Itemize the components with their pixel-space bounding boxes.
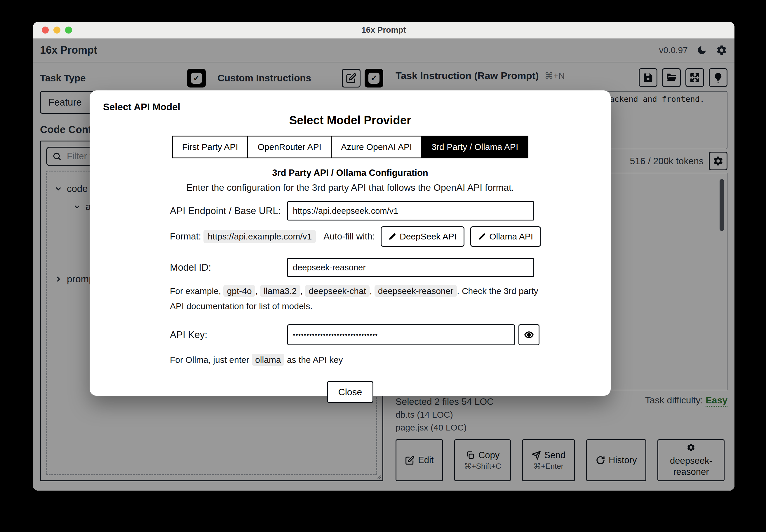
tab-azure-openai-api[interactable]: Azure OpenAI API xyxy=(331,137,421,157)
config-section-description: Enter the configuration for the 3rd part… xyxy=(103,182,597,193)
eye-icon xyxy=(524,330,534,340)
model-id-help: For example, gpt-4o, llama3.2, deepseek-… xyxy=(170,283,540,314)
pencil-icon xyxy=(478,233,486,240)
format-example: https://api.example.com/v1 xyxy=(204,230,316,243)
config-section-heading: 3rd Party API / Ollama Configuration xyxy=(103,168,597,178)
endpoint-input[interactable] xyxy=(287,201,534,221)
autofill-label: Auto-fill with: xyxy=(324,231,375,242)
tab-3rd-party-ollama-api[interactable]: 3rd Party / Ollama API xyxy=(421,137,527,157)
provider-tabs: First Party API OpenRouter API Azure Ope… xyxy=(172,136,528,158)
autofill-deepseek-label: DeepSeek API xyxy=(400,232,456,241)
window-title: 16x Prompt xyxy=(33,25,735,35)
titlebar: 16x Prompt xyxy=(33,22,735,39)
dialog-title: Select API Model xyxy=(103,101,597,113)
select-api-model-dialog: Select API Model Select Model Provider F… xyxy=(90,90,611,396)
api-key-input[interactable] xyxy=(287,324,515,345)
endpoint-label: API Endpoint / Base URL: xyxy=(170,205,287,216)
autofill-ollama-label: Ollama API xyxy=(489,232,533,241)
tab-openrouter-api[interactable]: OpenRouter API xyxy=(247,137,330,157)
screenshot-stage: 16x Prompt 16x Prompt v0.0.97 xyxy=(0,0,766,532)
model-id-input[interactable] xyxy=(287,258,534,277)
tab-first-party-api[interactable]: First Party API xyxy=(173,137,248,157)
pencil-icon xyxy=(389,233,396,240)
model-id-label: Model ID: xyxy=(170,262,287,273)
provider-heading: Select Model Provider xyxy=(103,114,597,127)
autofill-deepseek-button[interactable]: DeepSeek API xyxy=(381,226,464,247)
api-key-label: API Key: xyxy=(170,329,287,340)
format-label: Format: xyxy=(170,231,201,242)
reveal-api-key-button[interactable] xyxy=(518,324,539,345)
api-key-help: For Ollma, just enter ollama as the API … xyxy=(170,352,540,367)
close-dialog-button[interactable]: Close xyxy=(327,381,374,403)
autofill-ollama-button[interactable]: Ollama API xyxy=(470,226,541,247)
